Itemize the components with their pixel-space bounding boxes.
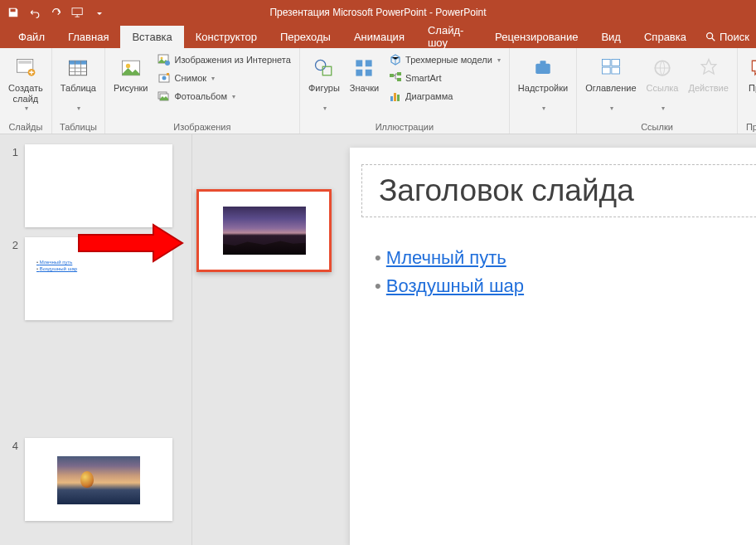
thumbnail-4[interactable]: 4 xyxy=(0,435,191,528)
menu-insert[interactable]: Вставка xyxy=(120,26,183,48)
link-button[interactable]: Ссылка▾ xyxy=(643,51,682,113)
menu-view[interactable]: Вид xyxy=(589,26,632,48)
menu-search[interactable]: Поиск xyxy=(705,31,749,43)
group-label-images: Изображения xyxy=(110,120,294,132)
thumb-link1: Млечный путь xyxy=(40,260,73,265)
icons-button[interactable]: Значки xyxy=(346,51,382,94)
pictures-button[interactable]: Рисунки xyxy=(110,51,152,94)
toc-label: Оглавление xyxy=(585,83,636,94)
ribbon-group-images: Рисунки Изображения из Интернета Снимок▾… xyxy=(105,48,300,134)
thumb-number: 4 xyxy=(8,438,18,452)
action-label: Действие xyxy=(688,83,728,94)
slide-link-1[interactable]: Млечный путь xyxy=(386,247,506,268)
new-slide-button[interactable]: Создать слайд▾ xyxy=(5,51,46,113)
new-slide-label: Создать слайд xyxy=(8,83,43,105)
action-button[interactable]: Действие xyxy=(685,51,731,94)
toc-button[interactable]: Оглавление▾ xyxy=(582,51,639,113)
online-images-button[interactable]: Изображения из Интернета xyxy=(154,51,293,68)
menu-design[interactable]: Конструктор xyxy=(184,26,269,48)
pictures-label: Рисунки xyxy=(114,83,148,94)
svg-rect-21 xyxy=(356,70,363,76)
svg-rect-6 xyxy=(70,61,87,64)
start-slideshow-button[interactable] xyxy=(68,2,88,22)
addins-label: Надстройки xyxy=(518,83,568,94)
thumb-link2: Воздушный шар xyxy=(40,266,77,271)
svg-rect-19 xyxy=(356,60,363,66)
table-icon xyxy=(65,55,91,81)
chart-button[interactable]: Диаграмма xyxy=(385,88,504,105)
slide[interactable]: Заголовок слайда Млечный путь Воздушный … xyxy=(350,148,756,545)
menu-help[interactable]: Справка xyxy=(632,26,698,48)
comment-label: Прим xyxy=(749,83,756,94)
link-icon xyxy=(649,55,676,81)
menu-bar: Файл Главная Вставка Конструктор Переход… xyxy=(0,25,756,48)
svg-rect-34 xyxy=(612,67,620,74)
ribbon-group-slides: Создать слайд▾ Слайды xyxy=(0,48,52,134)
link-label: Ссылка xyxy=(647,83,679,94)
group-label-comments: Приме xyxy=(743,120,756,132)
thumb-preview xyxy=(25,438,172,521)
svg-rect-31 xyxy=(602,60,610,66)
ribbon-group-illustrations: Фигуры▾ Значки Трехмерные модели▾ SmartA… xyxy=(300,48,510,134)
toc-icon xyxy=(598,55,624,81)
arrow-annotation xyxy=(75,222,191,264)
milkyway-image xyxy=(223,207,306,255)
qat-customize-button[interactable] xyxy=(90,2,109,22)
svg-rect-18 xyxy=(322,66,332,75)
screenshot-label: Снимок xyxy=(174,73,206,83)
photoalbum-icon xyxy=(158,90,171,103)
3dmodels-button[interactable]: Трехмерные модели▾ xyxy=(385,51,504,68)
shapes-label: Фигуры xyxy=(308,83,340,94)
shapes-button[interactable]: Фигуры▾ xyxy=(305,51,343,113)
slide-title-placeholder[interactable]: Заголовок слайда xyxy=(361,164,756,217)
slide-body[interactable]: Млечный путь Воздушный шар xyxy=(375,247,524,304)
slide-title: Заголовок слайда xyxy=(379,173,756,208)
undo-button[interactable] xyxy=(25,2,45,22)
menu-home[interactable]: Главная xyxy=(56,26,120,48)
3dmodels-icon xyxy=(389,53,402,66)
svg-rect-3 xyxy=(18,61,32,64)
screenshot-button[interactable]: Снимок▾ xyxy=(154,70,293,86)
group-label-addins xyxy=(515,130,571,132)
redo-button[interactable] xyxy=(46,2,66,22)
svg-rect-27 xyxy=(394,93,396,101)
shapes-icon xyxy=(311,55,337,81)
thumb-number: 2 xyxy=(8,237,18,251)
thumbnail-panel: 1 2 • Млечный путь • Воздушный шар 4 xyxy=(0,134,192,545)
screenshot-icon xyxy=(158,71,171,85)
addins-icon xyxy=(530,55,556,81)
group-label-illustrations: Иллюстрации xyxy=(305,120,504,132)
smartart-button[interactable]: SmartArt xyxy=(385,70,504,86)
smartart-icon xyxy=(389,71,402,85)
save-button[interactable] xyxy=(3,2,23,22)
table-button[interactable]: Таблица▾ xyxy=(57,51,99,113)
dragged-slide-thumbnail[interactable] xyxy=(196,189,332,272)
pictures-icon xyxy=(118,55,144,81)
photoalbum-button[interactable]: Фотоальбом▾ xyxy=(154,88,293,105)
svg-rect-29 xyxy=(536,64,550,74)
search-label: Поиск xyxy=(720,31,749,43)
slide-link-2[interactable]: Воздушный шар xyxy=(386,275,524,296)
menu-animations[interactable]: Анимация xyxy=(342,26,416,48)
thumbnail-1[interactable]: 1 xyxy=(0,141,191,234)
new-slide-icon xyxy=(12,55,39,81)
addins-button[interactable]: Надстройки▾ xyxy=(515,51,571,113)
menu-transitions[interactable]: Переходы xyxy=(269,26,342,48)
ribbon-group-addins: Надстройки▾ xyxy=(510,48,577,134)
svg-point-1 xyxy=(707,33,713,39)
action-icon xyxy=(695,55,722,81)
menu-file[interactable]: Файл xyxy=(7,26,56,48)
comment-button[interactable]: Прим xyxy=(743,51,756,94)
menu-review[interactable]: Рецензирование xyxy=(483,26,589,48)
svg-rect-28 xyxy=(397,95,400,101)
svg-point-8 xyxy=(126,64,130,68)
title-bar: Презентация Microsoft PowerPoint - Power… xyxy=(0,0,756,25)
icons-label: Значки xyxy=(350,83,379,94)
svg-rect-30 xyxy=(540,61,546,65)
svg-rect-23 xyxy=(390,74,394,77)
table-label: Таблица xyxy=(61,83,96,94)
comment-icon xyxy=(747,55,756,81)
svg-rect-14 xyxy=(167,73,169,75)
svg-rect-22 xyxy=(366,70,372,76)
svg-rect-32 xyxy=(612,60,620,66)
